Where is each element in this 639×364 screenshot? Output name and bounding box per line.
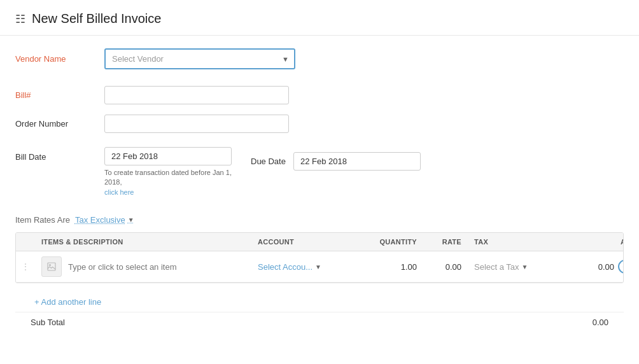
account-select-wrapper[interactable]: Select Accou... ▼ xyxy=(258,262,353,272)
item-description-cell xyxy=(35,251,251,282)
th-tax: TAX xyxy=(468,233,582,251)
amount-cell: 0.00 + × xyxy=(582,255,624,279)
invoice-icon: ☷ xyxy=(15,12,25,26)
th-amount: AMOUNT xyxy=(582,233,624,251)
item-select-input[interactable] xyxy=(68,262,245,272)
amount-value: 0.00 xyxy=(598,262,614,272)
form-body: Vendor Name Select Vendor ▼ Bill# Order … xyxy=(0,36,639,345)
tax-chevron-icon: ▼ xyxy=(522,263,528,270)
add-row-button[interactable]: + xyxy=(618,260,624,274)
tax-type-row: Item Rates Are Tax Exclusive ▼ xyxy=(15,215,624,225)
th-rate: RATE xyxy=(423,233,468,251)
order-number-label: Order Number xyxy=(15,119,104,129)
page-title: New Self Billed Invoice xyxy=(32,11,161,26)
due-date-input[interactable] xyxy=(293,152,421,171)
th-drag xyxy=(16,233,35,251)
bill-date-label: Bill Date xyxy=(15,147,104,162)
date-row: Bill Date To create transaction dated be… xyxy=(15,147,624,197)
table-row: ⋮ Select Accou... xyxy=(16,251,623,283)
order-number-row: Order Number xyxy=(15,115,624,133)
quantity-cell[interactable] xyxy=(360,257,423,277)
th-items: ITEMS & DESCRIPTION xyxy=(35,233,251,251)
bill-number-row: Bill# xyxy=(15,86,624,104)
account-cell[interactable]: Select Accou... ▼ xyxy=(251,257,360,277)
table-header: ITEMS & DESCRIPTION ACCOUNT QUANTITY RAT… xyxy=(16,233,623,251)
action-buttons: + × xyxy=(618,260,624,274)
subtotal-value: 0.00 xyxy=(593,318,608,327)
vendor-select-wrapper[interactable]: Select Vendor ▼ xyxy=(104,48,295,69)
tax-exclusive-chevron-icon: ▼ xyxy=(128,216,134,223)
svg-point-1 xyxy=(49,264,51,266)
tax-exclusive-text: Tax Exclusive xyxy=(75,215,125,225)
th-quantity: QUANTITY xyxy=(360,233,423,251)
bill-number-label: Bill# xyxy=(15,90,104,100)
tax-exclusive-button[interactable]: Tax Exclusive ▼ xyxy=(75,215,134,225)
tax-select-text: Select a Tax xyxy=(474,262,519,272)
due-date-label: Due Date xyxy=(251,157,286,166)
th-account: ACCOUNT xyxy=(251,233,360,251)
bill-date-input[interactable] xyxy=(104,147,232,165)
date-hint: To create transaction dated before Jan 1… xyxy=(104,168,232,197)
vendor-name-row: Vendor Name Select Vendor ▼ xyxy=(15,48,624,69)
quantity-input[interactable] xyxy=(366,262,417,272)
item-image-placeholder xyxy=(41,256,62,277)
bill-date-field: To create transaction dated before Jan 1… xyxy=(104,147,232,197)
subtotal-row: Sub Total 0.00 xyxy=(15,312,624,332)
tax-cell[interactable]: Select a Tax ▼ xyxy=(468,257,582,277)
vendor-name-label: Vendor Name xyxy=(15,54,104,64)
subtotal-label: Sub Total xyxy=(31,318,65,327)
item-cell xyxy=(41,256,245,277)
svg-rect-0 xyxy=(48,263,55,270)
drag-handle[interactable]: ⋮ xyxy=(16,256,35,277)
bill-number-input[interactable] xyxy=(104,86,289,104)
add-line-row: + Add another line xyxy=(15,291,624,312)
account-select-text: Select Accou... xyxy=(258,262,312,272)
rate-cell[interactable]: 0.00 xyxy=(423,257,468,277)
tax-select-wrapper[interactable]: Select a Tax ▼ xyxy=(474,262,576,272)
item-rates-label: Item Rates Are xyxy=(15,215,70,225)
date-hint-link[interactable]: click here xyxy=(104,188,134,196)
page-header: ☷ New Self Billed Invoice xyxy=(0,0,639,36)
order-number-input[interactable] xyxy=(104,115,289,133)
due-date-section: Due Date xyxy=(251,147,421,171)
add-line-button[interactable]: + Add another line xyxy=(34,297,101,307)
account-chevron-icon: ▼ xyxy=(315,263,321,270)
items-table: ITEMS & DESCRIPTION ACCOUNT QUANTITY RAT… xyxy=(15,232,624,283)
vendor-select[interactable]: Select Vendor xyxy=(104,48,295,69)
